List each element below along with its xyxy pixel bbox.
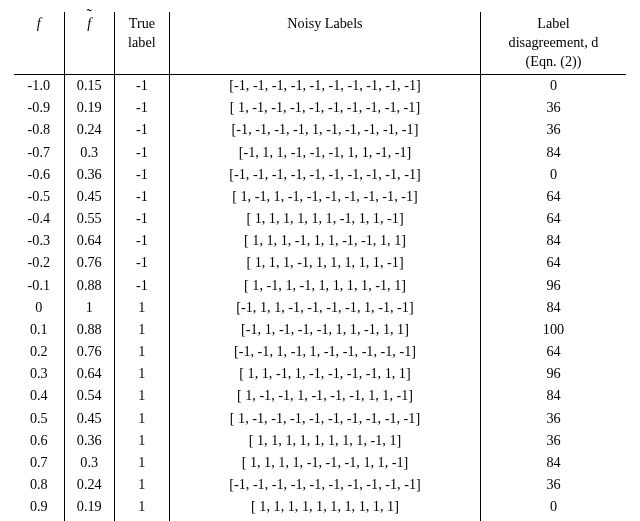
table-row: 0.30.641[ 1, 1, -1, 1, -1, -1, -1, -1, 1… bbox=[14, 363, 626, 385]
cell-ftilde: 0.64 bbox=[64, 363, 114, 385]
cell-d: 64 bbox=[481, 341, 627, 363]
cell-f: -1.0 bbox=[14, 74, 64, 97]
cell-ftilde: 0.3 bbox=[64, 451, 114, 473]
cell-true: 1 bbox=[114, 341, 169, 363]
cell-true: -1 bbox=[114, 163, 169, 185]
cell-true: 1 bbox=[114, 296, 169, 318]
cell-f: 0.7 bbox=[14, 451, 64, 473]
table-row: 0.10.881[-1, 1, -1, -1, -1, 1, 1, -1, 1,… bbox=[14, 318, 626, 340]
cell-noisy: [ 1, -1, -1, 1, -1, -1, -1, 1, 1, -1] bbox=[169, 385, 480, 407]
cell-d: 84 bbox=[481, 296, 627, 318]
cell-d: 36 bbox=[481, 97, 627, 119]
cell-ftilde: 0.36 bbox=[64, 163, 114, 185]
cell-f: -0.2 bbox=[14, 252, 64, 274]
table-row: -0.30.64-1[ 1, 1, 1, -1, 1, 1, -1, -1, 1… bbox=[14, 230, 626, 252]
cell-true: 1 bbox=[114, 451, 169, 473]
cell-f: 0.4 bbox=[14, 385, 64, 407]
cell-ftilde: 0.3 bbox=[64, 141, 114, 163]
cell-noisy: [ 1, 1, 1, 1, 1, 1, 1, 1, 1, 1] bbox=[169, 496, 480, 518]
cell-ftilde: 0.76 bbox=[64, 252, 114, 274]
cell-f: -0.7 bbox=[14, 141, 64, 163]
cell-true: -1 bbox=[114, 141, 169, 163]
cell-f: 0.9 bbox=[14, 496, 64, 518]
cell-noisy: [-1, -1, -1, -1, -1, -1, -1, -1, -1, -1] bbox=[169, 474, 480, 496]
cell-ftilde: 0.54 bbox=[64, 385, 114, 407]
col-header-ftilde: f bbox=[64, 12, 114, 74]
cell-d: 0 bbox=[481, 163, 627, 185]
cell-true: -1 bbox=[114, 97, 169, 119]
cell-d: 84 bbox=[481, 451, 627, 473]
cell-ftilde: 0.45 bbox=[64, 185, 114, 207]
table-row: 0.80.241[-1, -1, -1, -1, -1, -1, -1, -1,… bbox=[14, 474, 626, 496]
col-header-noisy: Noisy Labels bbox=[169, 12, 480, 74]
col-header-text: Noisy Labels bbox=[287, 14, 362, 33]
cell-ftilde: 0.36 bbox=[64, 429, 114, 451]
cell-f: 0.8 bbox=[14, 474, 64, 496]
cell-true: 1 bbox=[114, 496, 169, 518]
cell-ftilde: 1 bbox=[64, 296, 114, 318]
cell-f: -0.1 bbox=[14, 274, 64, 296]
col-header-text: label bbox=[128, 33, 156, 52]
cell-d: 64 bbox=[481, 208, 627, 230]
cell-true: -1 bbox=[114, 230, 169, 252]
cell-d: 36 bbox=[481, 119, 627, 141]
cell-d: 64 bbox=[481, 185, 627, 207]
cell-f: 0.1 bbox=[14, 318, 64, 340]
cell-true: -1 bbox=[114, 119, 169, 141]
cell-f: 0.3 bbox=[14, 363, 64, 385]
col-header-text: f bbox=[37, 14, 41, 33]
col-header-text: disagreement, d bbox=[509, 33, 599, 52]
table-row: 0.60.361[ 1, 1, 1, 1, 1, 1, 1, 1, -1, 1]… bbox=[14, 429, 626, 451]
col-header-text: f bbox=[87, 14, 91, 33]
table-row: -0.60.36-1[-1, -1, -1, -1, -1, -1, -1, -… bbox=[14, 163, 626, 185]
table-row: 0.90.191[ 1, 1, 1, 1, 1, 1, 1, 1, 1, 1]0 bbox=[14, 496, 626, 518]
cell-d: 84 bbox=[481, 230, 627, 252]
table-row: -1.00.15-1[-1, -1, -1, -1, -1, -1, -1, -… bbox=[14, 74, 626, 97]
cell-d: 64 bbox=[481, 252, 627, 274]
cell-true: -1 bbox=[114, 252, 169, 274]
cell-true: -1 bbox=[114, 274, 169, 296]
col-header-f: f bbox=[14, 12, 64, 74]
cell-noisy: [ 1, 1, 1, 1, 1, 1, 1, 1, -1, 1] bbox=[169, 429, 480, 451]
table-row: 0.40.541[ 1, -1, -1, 1, -1, -1, -1, 1, 1… bbox=[14, 385, 626, 407]
cell-true: 1 bbox=[114, 429, 169, 451]
cell-noisy: [-1, -1, -1, -1, -1, -1, -1, -1, -1, -1] bbox=[169, 163, 480, 185]
cell-ftilde: 0.88 bbox=[64, 274, 114, 296]
cell-noisy: [ 1, 1, 1, -1, 1, 1, -1, -1, 1, 1] bbox=[169, 230, 480, 252]
cell-noisy: [-1, 1, 1, -1, -1, -1, -1, 1, -1, -1] bbox=[169, 296, 480, 318]
cell-f: -0.8 bbox=[14, 119, 64, 141]
cell-true: -1 bbox=[114, 208, 169, 230]
table-row: -0.70.3-1[-1, 1, 1, -1, -1, -1, 1, 1, -1… bbox=[14, 141, 626, 163]
cell-noisy: [ 1, -1, 1, -1, -1, -1, -1, -1, -1, -1] bbox=[169, 185, 480, 207]
table-row: 0.20.761[-1, -1, 1, -1, 1, -1, -1, -1, -… bbox=[14, 341, 626, 363]
cell-f: -0.4 bbox=[14, 208, 64, 230]
cell-noisy: [ 1, -1, 1, -1, 1, 1, 1, 1, -1, 1] bbox=[169, 274, 480, 296]
cell-noisy: [ 1, 1, -1, 1, -1, -1, -1, -1, 1, 1] bbox=[169, 363, 480, 385]
col-header-text: True bbox=[129, 14, 155, 33]
cell-noisy: [ 1, 1, 1, -1, 1, 1, 1, 1, 1, -1] bbox=[169, 252, 480, 274]
cell-ftilde: 0.64 bbox=[64, 230, 114, 252]
col-header-true: Truelabel bbox=[114, 12, 169, 74]
cell-noisy: [ 1, 1, 1, 1, 1, 1, -1, 1, 1, -1] bbox=[169, 208, 480, 230]
cell-true: 1 bbox=[114, 407, 169, 429]
cell-noisy: [-1, 1, 1, -1, -1, -1, 1, 1, -1, -1] bbox=[169, 141, 480, 163]
cell-noisy: [-1, -1, -1, -1, -1, -1, -1, -1, -1, -1] bbox=[169, 74, 480, 97]
cell-d: 0 bbox=[481, 496, 627, 518]
cell-noisy: [-1, -1, 1, -1, 1, -1, -1, -1, -1, -1] bbox=[169, 341, 480, 363]
table-row: -0.40.55-1[ 1, 1, 1, 1, 1, 1, -1, 1, 1, … bbox=[14, 208, 626, 230]
cell-f: 0.2 bbox=[14, 341, 64, 363]
cell-noisy: [ 1, -1, -1, -1, -1, -1, -1, -1, -1, -1] bbox=[169, 97, 480, 119]
cell-ftilde: 0.55 bbox=[64, 208, 114, 230]
cell-true: -1 bbox=[114, 74, 169, 97]
cell-true: -1 bbox=[114, 185, 169, 207]
table-row: -0.10.88-1[ 1, -1, 1, -1, 1, 1, 1, 1, -1… bbox=[14, 274, 626, 296]
cell-d: 0 bbox=[481, 74, 627, 97]
cell-f: 0.6 bbox=[14, 429, 64, 451]
cell-f: -0.5 bbox=[14, 185, 64, 207]
cell-d: 36 bbox=[481, 474, 627, 496]
cell-f: 0 bbox=[14, 296, 64, 318]
cell-f: -0.3 bbox=[14, 230, 64, 252]
col-header-text: Label bbox=[537, 14, 569, 33]
table-row: 0.70.31[ 1, 1, 1, 1, -1, -1, -1, 1, 1, -… bbox=[14, 451, 626, 473]
table-row: -0.90.19-1[ 1, -1, -1, -1, -1, -1, -1, -… bbox=[14, 97, 626, 119]
